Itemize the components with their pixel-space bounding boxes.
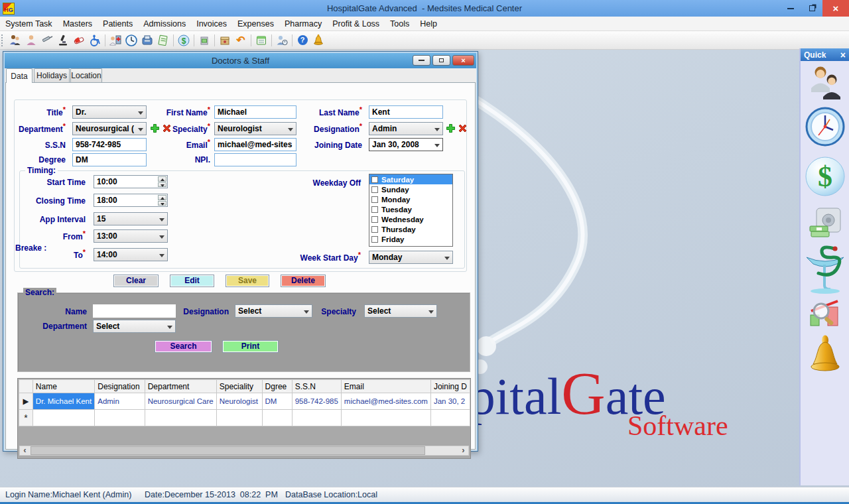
cell-ssn[interactable]: 958-742-985 <box>292 393 341 410</box>
quick-reports-icon[interactable] <box>808 297 842 334</box>
quick-staff-icon[interactable] <box>807 65 844 102</box>
clear-button[interactable]: Clear <box>113 275 159 287</box>
dialog-close-button[interactable]: × <box>452 55 474 66</box>
spin-down-icon[interactable] <box>158 201 166 206</box>
checkbox-icon[interactable] <box>371 216 378 223</box>
quick-cash-icon[interactable] <box>809 207 842 241</box>
delete-designation-icon[interactable] <box>458 123 468 133</box>
search-name-input[interactable] <box>93 304 176 318</box>
closing-time-spinner[interactable]: 18:00 <box>94 194 168 207</box>
start-time-spinner[interactable]: 10:00 <box>94 175 168 188</box>
weekday-item-saturday[interactable]: Saturday <box>369 174 452 184</box>
title-combobox[interactable]: Dr. <box>72 105 147 119</box>
grid-col-dgree[interactable]: Dgree <box>262 380 292 393</box>
weekday-item-monday[interactable]: Monday <box>369 194 452 204</box>
menu-masters[interactable]: Masters <box>58 17 98 31</box>
restore-button[interactable] <box>801 0 822 17</box>
patient-icon[interactable] <box>23 33 39 48</box>
scrollbar-thumb[interactable] <box>31 446 425 455</box>
grid-col-email[interactable]: Email <box>341 380 430 393</box>
cell-dgree[interactable]: DM <box>262 393 292 410</box>
app-interval-combobox[interactable]: 15 <box>94 212 168 225</box>
table-row-new[interactable]: * <box>19 410 470 426</box>
email-field[interactable]: michael@med-sites <box>214 138 296 151</box>
tab-location[interactable]: Location <box>70 68 102 82</box>
bell-icon[interactable] <box>310 33 326 48</box>
ssn-field[interactable]: 958-742-985 <box>72 138 147 151</box>
checkbox-icon[interactable] <box>371 226 378 233</box>
grid-col-department[interactable]: Department <box>145 380 216 393</box>
menu-admissions[interactable]: Admissions <box>138 17 191 31</box>
help-icon[interactable]: ? <box>294 33 310 48</box>
menu-pharmacy[interactable]: Pharmacy <box>279 17 327 31</box>
medicine-capsule-icon[interactable] <box>71 33 87 48</box>
minimize-button[interactable] <box>780 0 801 17</box>
joining-date-picker[interactable]: Jan 30, 2008 <box>369 138 443 151</box>
quick-clock-icon[interactable] <box>805 106 846 150</box>
add-department-icon[interactable] <box>150 123 160 133</box>
staff-group-icon[interactable] <box>7 33 23 48</box>
hospital-staff-icon[interactable] <box>107 33 123 48</box>
menu-expenses[interactable]: Expenses <box>232 17 279 31</box>
cell-name[interactable]: Dr. Michael Kent <box>33 393 94 410</box>
dialog-maximize-button[interactable] <box>432 55 450 66</box>
spin-down-icon[interactable] <box>158 182 166 188</box>
designation-combobox[interactable]: Admin <box>369 122 443 135</box>
weekday-item-tuesday[interactable]: Tuesday <box>369 204 452 214</box>
microscope-icon[interactable] <box>55 33 71 48</box>
syringe-icon[interactable] <box>39 33 55 48</box>
quick-bell-icon[interactable] <box>808 335 842 376</box>
scroll-right-icon[interactable]: › <box>458 446 468 455</box>
menu-tools[interactable]: Tools <box>385 17 415 31</box>
first-name-field[interactable]: Michael <box>214 105 296 119</box>
grid-col-joining-date[interactable]: Joining D <box>430 380 470 393</box>
menu-system-task[interactable]: System Task <box>0 17 58 31</box>
search-designation-combobox[interactable]: Select <box>235 304 312 318</box>
checkbox-icon[interactable] <box>371 206 378 213</box>
weekday-item-thursday[interactable]: Thursday <box>369 224 452 234</box>
break-from-combobox[interactable]: 13:00 <box>94 229 168 243</box>
scroll-left-icon[interactable]: ‹ <box>20 446 30 455</box>
save-button[interactable]: Save <box>226 275 269 287</box>
clock-icon[interactable] <box>123 33 139 48</box>
cell-designation[interactable]: Admin <box>95 393 145 410</box>
grid-col-designation[interactable]: Designation <box>95 380 145 393</box>
grid-col-ssn[interactable]: S.S.N <box>292 380 341 393</box>
last-name-field[interactable]: Kent <box>369 105 443 119</box>
grid-col-name[interactable]: Name <box>33 380 94 393</box>
wheelchair-icon[interactable] <box>87 33 103 48</box>
search-button[interactable]: Search <box>155 340 212 353</box>
print-button[interactable]: Print <box>222 340 279 353</box>
results-grid[interactable]: Name Designation Department Speciality D… <box>19 379 470 426</box>
delete-button[interactable]: Delete <box>281 275 326 287</box>
menu-profit-loss[interactable]: Profit & Loss <box>327 17 385 31</box>
cell-department[interactable]: Neurosurgical Care <box>145 393 216 410</box>
department-combobox[interactable]: Neurosurgical ( <box>72 122 147 135</box>
cell-email[interactable]: michael@med-sites.com <box>341 393 430 410</box>
menu-invoices[interactable]: Invoices <box>191 17 232 31</box>
quick-pharmacy-icon[interactable] <box>804 244 846 297</box>
quick-billing-icon[interactable]: $ <box>805 156 846 200</box>
npi-field[interactable] <box>214 153 296 166</box>
weekday-off-list[interactable]: Saturday Sunday Monday Tuesday Wednesday… <box>369 174 453 247</box>
weekday-item-wednesday[interactable]: Wednesday <box>369 214 452 224</box>
undo-arrow-icon[interactable]: ↶ <box>233 33 249 48</box>
fax-icon[interactable] <box>139 33 155 48</box>
checkbox-icon[interactable] <box>371 176 378 183</box>
cell-speciality[interactable]: Neurologist <box>216 393 262 410</box>
dialog-minimize-button[interactable] <box>413 55 430 66</box>
edit-button[interactable]: Edit <box>170 275 214 287</box>
week-start-day-combobox[interactable]: Monday <box>369 251 453 264</box>
checkbox-icon[interactable] <box>371 196 378 203</box>
add-designation-icon[interactable] <box>446 123 456 133</box>
menu-help[interactable]: Help <box>415 17 442 31</box>
spin-up-icon[interactable] <box>158 176 166 182</box>
specialty-combobox[interactable]: Neurologist <box>214 122 296 135</box>
expense-icon[interactable] <box>196 33 212 48</box>
tab-holidays[interactable]: Holidays <box>34 68 70 82</box>
package-icon[interactable] <box>217 33 233 48</box>
close-button[interactable]: × <box>822 0 849 17</box>
cell-joining-date[interactable]: Jan 30, 2 <box>430 393 470 410</box>
dollar-coin-icon[interactable]: $ <box>176 33 192 48</box>
inventory-icon[interactable] <box>253 33 269 48</box>
